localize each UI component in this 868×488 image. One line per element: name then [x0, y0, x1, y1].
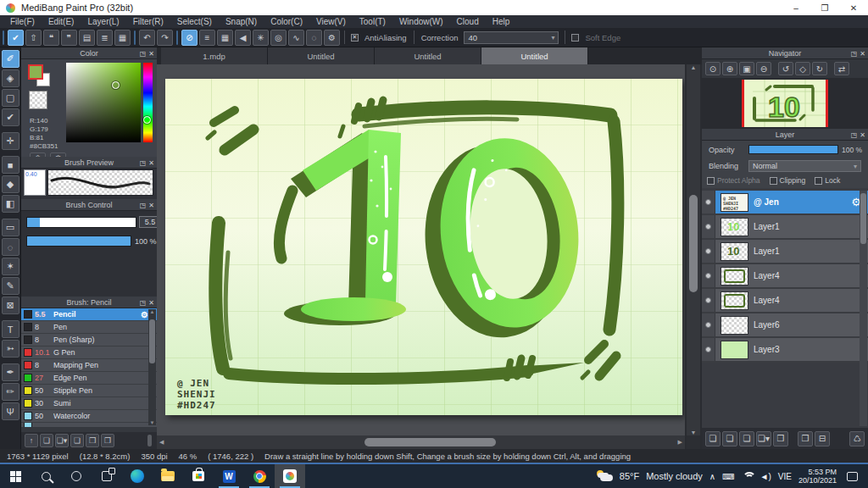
navigator-thumbnail[interactable]: 10	[742, 80, 828, 127]
weather-temperature[interactable]: 85°F	[620, 471, 639, 481]
tool-button[interactable]: ◧	[2, 195, 19, 213]
layer-visibility-toggle[interactable]	[702, 240, 715, 263]
chrome-app-button[interactable]	[244, 464, 275, 488]
sv-cursor[interactable]	[112, 81, 120, 89]
hue-cursor[interactable]	[143, 116, 151, 124]
layer-checkbox[interactable]: Protect Alpha	[707, 176, 760, 185]
keyboard-icon[interactable]: ⌨	[722, 472, 734, 481]
layer-toolbar-button[interactable]: ❏	[705, 431, 721, 446]
toolbar-button[interactable]: ▤	[79, 30, 95, 46]
scrollbar-thumb[interactable]	[689, 195, 698, 292]
tool-button[interactable]: Ψ	[2, 402, 19, 420]
toolbar-button[interactable]: ✔	[8, 30, 24, 46]
menu-item[interactable]: Help	[486, 15, 517, 28]
popout-icon[interactable]: ◳	[140, 50, 147, 58]
tool-button[interactable]: ✛	[2, 132, 19, 150]
layer-row[interactable]: @ Jen ⚙	[702, 191, 868, 215]
brush-toolbar-button[interactable]: ❏	[40, 434, 53, 447]
menu-item[interactable]: Cloud	[450, 15, 486, 28]
toolbar-button[interactable]: ⚙	[324, 30, 340, 46]
tool-button[interactable]: ▢	[2, 89, 19, 107]
tool-button[interactable]: ⊠	[2, 297, 19, 314]
medibang-app-button[interactable]	[275, 464, 305, 488]
canvas-viewport[interactable]: @ JEN SHENJI #HD247	[157, 64, 685, 435]
scrollbar-thumb[interactable]	[860, 193, 866, 244]
weather-icon[interactable]	[597, 471, 613, 481]
navigator-button[interactable]: ▣	[739, 62, 754, 75]
tool-button[interactable]: ✎	[2, 277, 19, 295]
close-icon[interactable]: ✕	[148, 202, 154, 209]
tool-button[interactable]: ◈	[2, 69, 19, 87]
volume-icon[interactable]: ◄)	[760, 472, 771, 481]
toolbar-button[interactable]: ↷	[157, 30, 173, 46]
canvas-horizontal-scrollbar[interactable]: ◀ ▶	[157, 435, 685, 449]
task-view-button[interactable]	[92, 464, 122, 488]
hue-strip[interactable]	[143, 63, 153, 142]
menu-item[interactable]: View(V)	[309, 15, 353, 28]
brush-list-scrollbar[interactable]: ▲ ▼	[148, 309, 156, 425]
menu-item[interactable]: Color(C)	[264, 15, 309, 28]
brush-toolbar-button[interactable]: ❏	[70, 434, 84, 447]
language-indicator[interactable]: VIE	[778, 472, 792, 481]
saturation-value-picker[interactable]	[66, 63, 141, 142]
menu-item[interactable]: Layer(L)	[81, 15, 125, 28]
document-tab[interactable]: 1.mdp	[161, 47, 268, 64]
navigator-button[interactable]: ↺	[778, 62, 793, 75]
popout-icon[interactable]: ◳	[140, 202, 147, 209]
tool-button[interactable]: ◌	[2, 238, 19, 256]
layer-toolbar-button[interactable]: ❏	[739, 431, 754, 446]
canvas-artwork[interactable]: @ JEN SHENJI #HD247	[165, 79, 682, 415]
search-button[interactable]	[31, 464, 61, 488]
menu-item[interactable]: Tool(T)	[353, 15, 392, 28]
layer-row[interactable]: Layer1	[702, 240, 868, 264]
file-explorer-button[interactable]	[153, 464, 183, 488]
brush-row[interactable]: 10.1 G Pen	[21, 347, 157, 359]
document-tab[interactable]: Untitled	[481, 47, 588, 64]
navigator-button[interactable]: ↻	[812, 62, 827, 75]
brush-row[interactable]: 30 Sumi	[21, 397, 157, 410]
layer-row[interactable]: Layer3	[702, 338, 868, 363]
brush-row[interactable]: 50 Stipple Pen	[21, 385, 157, 397]
toolbar-button[interactable]: ◌	[306, 30, 322, 46]
gear-icon[interactable]: ⚙	[141, 310, 148, 319]
brush-row[interactable]: 27 Edge Pen	[21, 372, 157, 385]
layer-toolbar-button[interactable]: ⊟	[815, 431, 830, 446]
toolbar-button[interactable]: ❞	[61, 30, 77, 46]
layer-visibility-toggle[interactable]	[702, 313, 715, 336]
brush-row[interactable]: 50 Watercolor	[21, 410, 157, 423]
toolbar-button[interactable]: ✳	[253, 30, 269, 46]
layer-toolbar-button[interactable]: ❐	[798, 431, 813, 446]
menu-item[interactable]: Select(S)	[170, 15, 219, 28]
foreground-color-swatch[interactable]	[28, 64, 43, 80]
restore-button[interactable]: ❐	[810, 0, 839, 15]
close-icon[interactable]: ✕	[860, 131, 865, 139]
edge-app-button[interactable]	[122, 464, 153, 488]
layer-row[interactable]: Layer4	[702, 264, 868, 289]
navigator-button[interactable]: ⊙	[705, 62, 721, 75]
panel-resize-handle[interactable]	[147, 435, 152, 446]
popout-icon[interactable]: ◳	[140, 159, 147, 167]
layer-row[interactable]: Layer6	[702, 313, 868, 338]
close-icon[interactable]: ✕	[860, 50, 865, 58]
correction-dropdown[interactable]: 40 ▾	[464, 31, 559, 44]
brush-row[interactable]: 8 Mapping Pen	[21, 359, 157, 372]
toolbar-button[interactable]: ≡	[199, 30, 215, 46]
brush-row[interactable]: 8 Pen (Sharp)	[21, 334, 157, 347]
scrollbar-thumb[interactable]	[364, 438, 496, 446]
brush-toolbar-button[interactable]: ❒	[86, 434, 99, 447]
toolbar-button[interactable]: ⇧	[25, 30, 42, 46]
tool-button[interactable]: ▭	[2, 219, 19, 236]
action-center-icon[interactable]	[847, 472, 858, 481]
navigator-button[interactable]: ⇄	[834, 62, 849, 75]
layer-toolbar-button[interactable]: ❏▾	[756, 431, 771, 446]
brush-toolbar-button[interactable]: ❏▾	[55, 434, 69, 447]
tool-button[interactable]: ■	[2, 156, 19, 174]
toolbar-button[interactable]: ≣	[97, 30, 113, 46]
tool-button[interactable]: ✐	[2, 50, 19, 68]
store-app-button[interactable]	[183, 464, 214, 488]
tool-button[interactable]: T	[2, 320, 19, 338]
start-button[interactable]	[0, 464, 31, 488]
layer-row[interactable]: Layer1	[702, 215, 868, 240]
tool-button[interactable]: ✒	[2, 363, 19, 381]
layer-toolbar-button[interactable]: ❏	[722, 431, 737, 446]
